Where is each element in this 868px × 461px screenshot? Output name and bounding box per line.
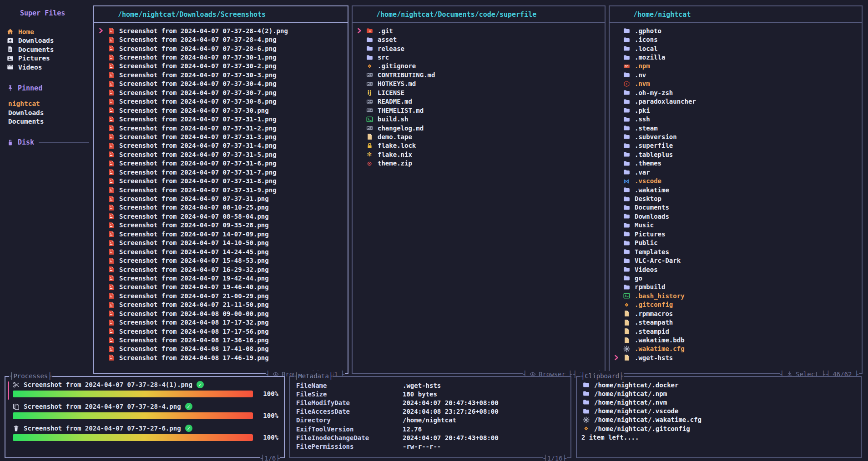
- file-row[interactable]: .steam: [614, 124, 860, 132]
- file-row[interactable]: HOTKEYS.md: [357, 80, 603, 88]
- file-row[interactable]: Screenshot from 2024-04-07 08-10-25.png: [98, 203, 346, 212]
- file-row[interactable]: Screenshot from 2024-04-07 19-42-44.png: [98, 274, 346, 282]
- file-row[interactable]: .nvm: [614, 80, 860, 88]
- file-row[interactable]: .rpmmacros: [614, 309, 860, 318]
- file-row[interactable]: Screenshot from 2024-04-07 19-46-40.png: [98, 283, 346, 291]
- metadata-row[interactable]: FilePermissions-rw-r--r--: [290, 442, 570, 451]
- file-row[interactable]: Screenshot from 2024-04-07 16-29-32.png: [98, 265, 346, 274]
- clipboard-item[interactable]: /home/nightcat/.docker: [577, 381, 861, 389]
- clipboard-item[interactable]: /home/nightcat/.npm: [577, 389, 861, 398]
- metadata-row[interactable]: ExifToolVersion12.76: [290, 425, 570, 433]
- file-row[interactable]: go: [614, 274, 860, 282]
- file-row[interactable]: Music: [614, 221, 860, 230]
- clipboard-item[interactable]: /home/nightcat/.wakatime.cfg: [577, 416, 861, 424]
- file-row[interactable]: ⊙theme.zip: [357, 159, 603, 168]
- file-row[interactable]: .npm: [614, 62, 860, 70]
- file-row[interactable]: Screenshot from 2024-04-07 07-37-28-4.pn…: [98, 35, 346, 44]
- file-row[interactable]: Screenshot from 2024-04-07 07-37-31.png: [98, 194, 346, 203]
- process-item[interactable]: Screenshot from 2024-04-07 07-37-27-6.pn…: [13, 425, 278, 441]
- file-row[interactable]: Screenshot from 2024-04-07 07-37-28-4(2)…: [98, 26, 346, 35]
- file-row[interactable]: Desktop: [614, 194, 860, 203]
- file-row[interactable]: .subversion: [614, 132, 860, 141]
- metadata-row[interactable]: FileInodeChangeDate2024:04:07 20:47:43+0…: [290, 433, 570, 442]
- file-row[interactable]: CONTRIBUTING.md: [357, 70, 603, 79]
- file-row[interactable]: Screenshot from 2024-04-07 07-37-31-5.pn…: [98, 150, 346, 159]
- clipboard-item[interactable]: /home/nightcat/.gitconfig: [577, 424, 861, 433]
- sidebar-item-downloads[interactable]: Downloads: [6, 36, 89, 45]
- file-row[interactable]: .nv: [614, 70, 860, 79]
- file-row[interactable]: THEMELIST.md: [357, 106, 603, 115]
- file-row[interactable]: Screenshot from 2024-04-08 17-17-56.png: [98, 327, 346, 336]
- file-row[interactable]: Screenshot from 2024-04-07 07-37-31-7.pn…: [98, 168, 346, 176]
- file-row[interactable]: flake.lock: [357, 141, 603, 150]
- file-row[interactable]: demo.tape: [357, 132, 603, 141]
- metadata-row[interactable]: FileName.wget-hsts: [290, 381, 570, 390]
- file-row[interactable]: Screenshot from 2024-04-07 21-00-29.png: [98, 291, 346, 300]
- sidebar-item-downloads[interactable]: Downloads: [6, 108, 89, 117]
- file-row[interactable]: rpmbuild: [614, 283, 860, 291]
- file-row[interactable]: .var: [614, 168, 860, 176]
- file-row[interactable]: Screenshot from 2024-04-08 17-41-08.png: [98, 345, 346, 353]
- file-row[interactable]: .gitconfig: [614, 301, 860, 309]
- metadata-row[interactable]: FileSize180 bytes: [290, 390, 570, 398]
- file-row[interactable]: Screenshot from 2024-04-07 07-37-30-2.pn…: [98, 62, 346, 70]
- file-row[interactable]: .steampid: [614, 327, 860, 336]
- file-row[interactable]: Screenshot from 2024-04-07 07-37-30-7.pn…: [98, 88, 346, 97]
- file-row[interactable]: Screenshot from 2024-04-07 07-37-31-3.pn…: [98, 132, 346, 141]
- file-row[interactable]: Screenshot from 2024-04-07 15-48-53.png: [98, 256, 346, 265]
- file-row[interactable]: VLC-Arc-Dark: [614, 256, 860, 265]
- file-row[interactable]: ✻flake.nix: [357, 150, 603, 159]
- file-row[interactable]: Screenshot from 2024-04-08 17-17-32.png: [98, 318, 346, 326]
- file-row[interactable]: Screenshot from 2024-04-07 07-37-31-9.pn…: [98, 185, 346, 194]
- file-row[interactable]: .bash_history: [614, 291, 860, 300]
- process-item[interactable]: Screenshot from 2024-04-07 07-37-28-4.pn…: [13, 403, 278, 419]
- file-row[interactable]: src: [357, 53, 603, 61]
- metadata-row[interactable]: FileAccessDate2024:04:08 23:27:26+08:00: [290, 407, 570, 416]
- file-row[interactable]: build.sh: [357, 115, 603, 123]
- sidebar-item-documents[interactable]: Documents: [6, 45, 89, 54]
- file-row[interactable]: Screenshot from 2024-04-08 17-36-16.png: [98, 336, 346, 344]
- metadata-row[interactable]: Directory/home/nightcat: [290, 416, 570, 425]
- file-row[interactable]: Screenshot from 2024-04-07 07-37-31-1.pn…: [98, 115, 346, 123]
- process-item[interactable]: Screenshot from 2024-04-07 07-37-28-4(1)…: [13, 381, 278, 397]
- file-row[interactable]: Screenshot from 2024-04-07 07-37-31-6.pn…: [98, 159, 346, 168]
- sidebar-item-home[interactable]: Home: [6, 27, 89, 36]
- file-row[interactable]: .wakatime: [614, 185, 860, 194]
- file-row[interactable]: .gitignore: [357, 62, 603, 70]
- file-row[interactable]: changelog.md: [357, 124, 603, 132]
- clipboard-item[interactable]: /home/nightcat/.nvm: [577, 398, 861, 406]
- file-row[interactable]: .themes: [614, 159, 860, 168]
- file-row[interactable]: Templates: [614, 247, 860, 256]
- file-row[interactable]: release: [357, 44, 603, 53]
- file-row[interactable]: .ssh: [614, 115, 860, 123]
- file-row[interactable]: ĳLICENSE: [357, 88, 603, 97]
- file-row[interactable]: Screenshot from 2024-04-08 17-46-19.png: [98, 353, 346, 362]
- sidebar-item-nightcat[interactable]: nightcat: [6, 100, 89, 109]
- file-row[interactable]: Pictures: [614, 230, 860, 238]
- sidebar-item-pictures[interactable]: Pictures: [6, 54, 89, 63]
- file-row[interactable]: Screenshot from 2024-04-07 14-07-09.png: [98, 230, 346, 238]
- file-row[interactable]: .superfile: [614, 141, 860, 150]
- file-row[interactable]: Screenshot from 2024-04-07 21-11-50.png: [98, 301, 346, 309]
- file-row[interactable]: .gphoto: [614, 26, 860, 35]
- file-row[interactable]: Screenshot from 2024-04-07 07-37-30-8.pn…: [98, 97, 346, 106]
- file-row[interactable]: Screenshot from 2024-04-07 07-37-30-3.pn…: [98, 70, 346, 79]
- file-row[interactable]: Screenshot from 2024-04-07 14-24-45.png: [98, 247, 346, 256]
- file-row[interactable]: Screenshot from 2024-04-07 07-37-31-2.pn…: [98, 124, 346, 132]
- file-row[interactable]: Documents: [614, 203, 860, 212]
- file-row[interactable]: .wakatime.bdb: [614, 336, 860, 344]
- file-row[interactable]: Screenshot from 2024-04-07 07-37-30.png: [98, 106, 346, 115]
- file-row[interactable]: Screenshot from 2024-04-07 07-37-28-6.pn…: [98, 44, 346, 53]
- file-row[interactable]: Screenshot from 2024-04-07 08-58-04.png: [98, 212, 346, 220]
- file-row[interactable]: .pki: [614, 106, 860, 115]
- file-row[interactable]: .steampath: [614, 318, 860, 326]
- file-row[interactable]: .wget-hsts: [614, 353, 860, 362]
- file-row[interactable]: Screenshot from 2024-04-08 09-00-00.png: [98, 309, 346, 318]
- file-row[interactable]: .paradoxlauncher: [614, 97, 860, 106]
- file-row[interactable]: asset: [357, 35, 603, 44]
- file-row[interactable]: Screenshot from 2024-04-07 07-37-30-4.pn…: [98, 80, 346, 88]
- file-row[interactable]: Screenshot from 2024-04-07 07-37-30-1.pn…: [98, 53, 346, 61]
- file-row[interactable]: Screenshot from 2024-04-07 07-37-31-4.pn…: [98, 141, 346, 150]
- clipboard-item[interactable]: /home/nightcat/.vscode: [577, 407, 861, 416]
- file-row[interactable]: .local: [614, 44, 860, 53]
